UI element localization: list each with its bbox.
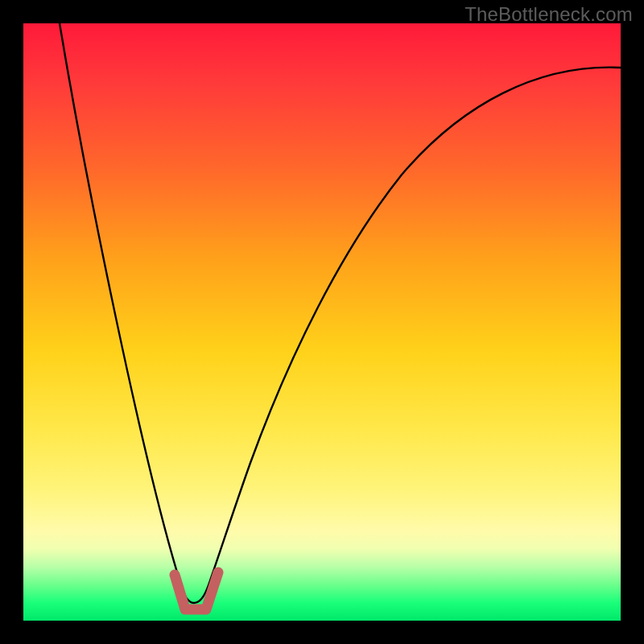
bottleneck-curve bbox=[60, 23, 621, 603]
watermark-text: TheBottleneck.com bbox=[464, 3, 633, 26]
chart-gradient-area bbox=[23, 23, 621, 621]
base-marker bbox=[175, 572, 218, 609]
chart-svg bbox=[23, 23, 621, 621]
